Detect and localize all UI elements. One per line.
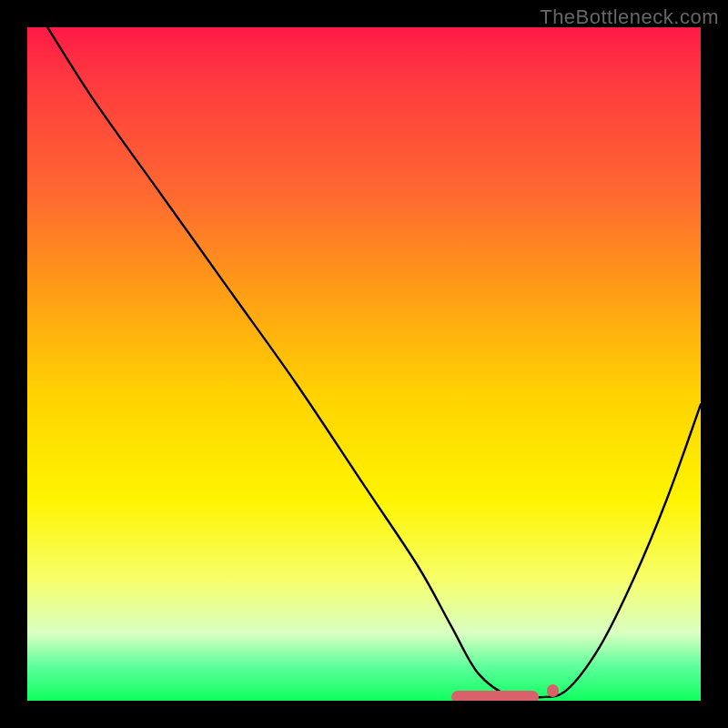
plot-area [27, 27, 701, 701]
watermark: TheBottleneck.com [540, 5, 719, 29]
bottleneck-curve [27, 27, 701, 701]
optimal-band-marker [451, 691, 539, 701]
optimal-dot-marker [547, 684, 559, 696]
chart-frame: TheBottleneck.com [0, 0, 728, 728]
